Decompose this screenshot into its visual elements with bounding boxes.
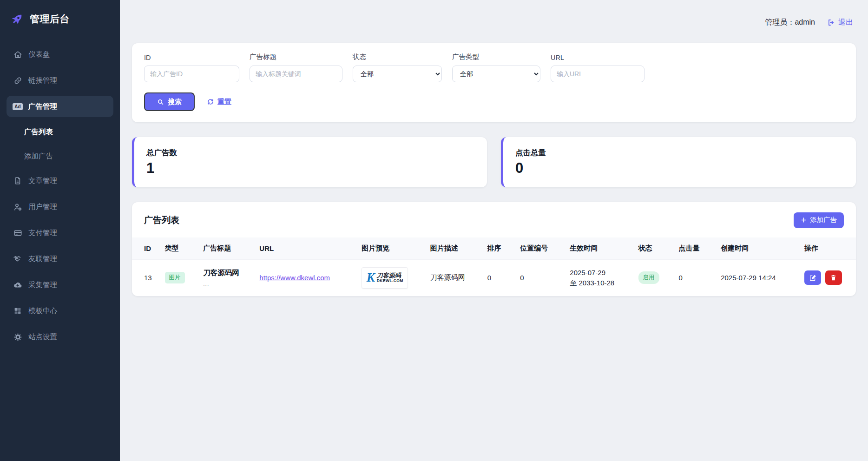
filter-status-select[interactable]: 全部 (353, 66, 442, 82)
cell-position: 0 (515, 259, 565, 296)
stat-card-total-clicks: 点击总量 0 (501, 137, 856, 187)
filter-title-input[interactable] (250, 66, 342, 82)
brand-k-glyph: K (367, 271, 375, 284)
sidebar-item-ad-list[interactable]: 广告列表 (7, 122, 113, 142)
table-title: 广告列表 (144, 214, 179, 226)
stats-row: 总广告数 1 点击总量 0 (132, 137, 856, 187)
plus-icon (801, 217, 807, 223)
filter-url-input[interactable] (551, 66, 644, 82)
cell-ad-title-sub: ... (203, 281, 250, 287)
refresh-icon (207, 98, 214, 105)
sidebar-item-collect[interactable]: 采集管理 (7, 274, 113, 296)
filter-id-input[interactable] (144, 66, 239, 82)
table-row: 13 图片 刀客源码网 ... https://www.dkewl.com K … (132, 259, 856, 296)
cell-ad-title: 刀客源码网 (203, 268, 250, 278)
trash-icon (830, 274, 837, 281)
preview-brand-en: DKEWL.COM (377, 279, 403, 283)
search-button[interactable]: 搜索 (144, 92, 195, 111)
edit-button[interactable] (804, 270, 821, 285)
filter-panel: ID 广告标题 状态 全部 广告类型 全部 URL (132, 43, 856, 122)
rocket-logo-icon (10, 12, 24, 26)
col-clicks: 点击量 (674, 237, 716, 260)
table-header-row: ID 类型 广告标题 URL 图片预览 图片描述 排序 位置编号 生效时间 状态… (132, 237, 856, 260)
grid-icon (13, 306, 22, 316)
sidebar-item-users[interactable]: 用户管理 (7, 196, 113, 217)
user-gear-icon (13, 202, 22, 211)
add-ad-button[interactable]: 添加广告 (794, 212, 844, 228)
cell-sort: 0 (483, 259, 516, 296)
filter-type-select[interactable]: 全部 (452, 66, 540, 82)
sidebar-item-ad-add[interactable]: 添加广告 (7, 146, 113, 166)
sidebar-nav: 仪表盘 链接管理 Ad 广告管理 广告列表 添加广告 (0, 38, 120, 348)
gear-icon (13, 332, 22, 342)
logout-button[interactable]: 退出 (827, 18, 853, 27)
effective-to: 至 2033-10-28 (570, 278, 629, 288)
stat-card-total-ads: 总广告数 1 (132, 137, 487, 187)
filter-title-label: 广告标题 (250, 53, 342, 61)
filter-id-label: ID (144, 54, 239, 61)
col-status: 状态 (634, 237, 674, 260)
col-type: 类型 (160, 237, 199, 260)
sidebar-item-articles[interactable]: 文章管理 (7, 170, 113, 191)
search-button-label: 搜索 (168, 98, 182, 106)
sidebar-item-links[interactable]: 链接管理 (7, 70, 113, 91)
sidebar-item-templates[interactable]: 模板中心 (7, 300, 113, 322)
home-icon (13, 50, 22, 59)
sidebar-item-payments[interactable]: 支付管理 (7, 222, 113, 244)
cell-clicks: 0 (674, 259, 716, 296)
cell-description: 刀客源码网 (426, 259, 483, 296)
sidebar-item-label: 链接管理 (28, 76, 57, 86)
delete-button[interactable] (825, 270, 842, 285)
col-description: 图片描述 (426, 237, 483, 260)
logout-label: 退出 (838, 18, 853, 27)
sidebar-item-label: 仪表盘 (28, 50, 50, 59)
sidebar-item-label: 广告列表 (24, 127, 53, 137)
col-preview: 图片预览 (357, 237, 425, 260)
sidebar-item-label: 用户管理 (28, 202, 57, 212)
ad-table: ID 类型 广告标题 URL 图片预览 图片描述 排序 位置编号 生效时间 状态… (132, 237, 856, 296)
topbar: 管理员：admin 退出 (132, 0, 856, 27)
reset-button-label: 重置 (217, 98, 231, 106)
col-position: 位置编号 (515, 237, 565, 260)
cell-created: 2025-07-29 14:24 (716, 259, 800, 296)
effective-from: 2025-07-29 (570, 268, 629, 278)
sidebar-item-label: 友联管理 (28, 254, 57, 264)
sidebar: 管理后台 仪表盘 链接管理 Ad 广告管理 (0, 0, 120, 461)
sidebar-item-label: 站点设置 (28, 332, 57, 342)
edit-icon (809, 274, 816, 282)
col-effective-time: 生效时间 (565, 237, 633, 260)
logout-icon (827, 19, 835, 26)
col-id: ID (132, 237, 160, 260)
main-content: 管理员：admin 退出 ID 广告标题 状态 全部 (120, 0, 868, 461)
cloud-download-icon (13, 280, 22, 290)
link-icon (13, 76, 22, 85)
admin-label: 管理员：admin (765, 18, 815, 27)
status-badge: 启用 (638, 271, 659, 284)
sidebar-item-label: 广告管理 (28, 102, 57, 112)
sidebar-item-label: 支付管理 (28, 228, 57, 238)
sidebar-item-friendlinks[interactable]: 友联管理 (7, 248, 113, 270)
handshake-icon (13, 254, 22, 263)
sidebar-item-site-settings[interactable]: 站点设置 (7, 326, 113, 348)
image-preview[interactable]: K 刀客源码 DKEWL.COM (362, 267, 408, 289)
brand-title: 管理后台 (30, 13, 70, 26)
ad-icon: Ad (13, 102, 22, 111)
sidebar-item-label: 模板中心 (28, 306, 57, 316)
col-url: URL (255, 237, 357, 260)
ad-url-link[interactable]: https://www.dkewl.com (259, 274, 330, 282)
stat-title: 点击总量 (515, 148, 844, 158)
sidebar-item-label: 文章管理 (28, 176, 57, 186)
reset-button[interactable]: 重置 (207, 98, 231, 106)
add-ad-button-label: 添加广告 (810, 216, 837, 224)
col-actions: 操作 (800, 237, 856, 260)
ad-list-panel: 广告列表 添加广告 ID 类型 广告 (132, 202, 856, 296)
sidebar-item-dashboard[interactable]: 仪表盘 (7, 44, 113, 65)
col-created: 创建时间 (716, 237, 800, 260)
cell-id: 13 (132, 259, 160, 296)
stat-title: 总广告数 (146, 148, 475, 158)
filter-status-label: 状态 (353, 53, 442, 61)
col-title: 广告标题 (198, 237, 255, 260)
sidebar-item-ads[interactable]: Ad 广告管理 (7, 96, 113, 117)
filter-type-label: 广告类型 (452, 53, 540, 61)
stat-value: 1 (146, 160, 475, 177)
